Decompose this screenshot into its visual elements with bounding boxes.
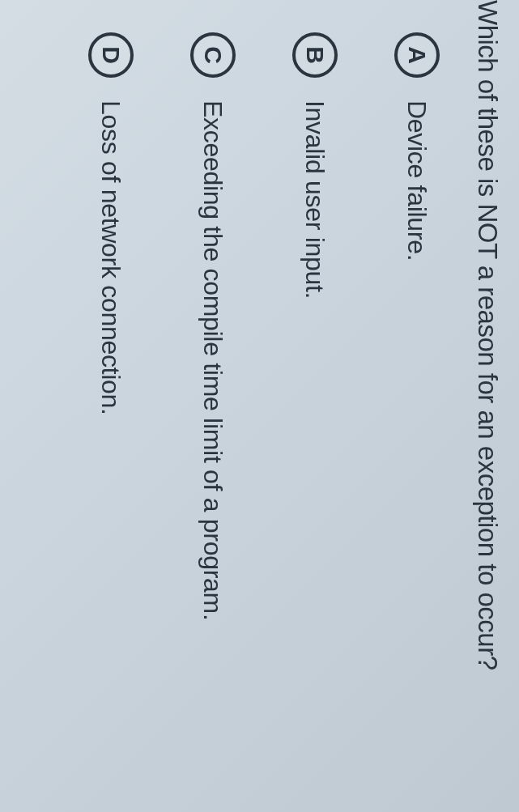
option-text-c: Exceeding the compile time limit of a pr… [198, 100, 228, 620]
option-letter-c: C [199, 46, 227, 64]
option-b[interactable]: B Invalid user input. [292, 0, 338, 812]
option-c[interactable]: C Exceeding the compile time limit of a … [190, 0, 236, 812]
option-text-b: Invalid user input. [300, 100, 330, 299]
option-text-a: Device failure. [402, 100, 432, 261]
option-circle-d: D [88, 32, 134, 78]
quiz-content: Which of these is NOT a reason for an ex… [0, 0, 519, 812]
option-letter-a: A [403, 46, 431, 64]
option-circle-a: A [394, 32, 440, 78]
question-text: Which of these is NOT a reason for an ex… [472, 0, 503, 812]
option-circle-b: B [292, 32, 338, 78]
option-d[interactable]: D Loss of network connection. [88, 0, 134, 812]
option-a[interactable]: A Device failure. [394, 0, 440, 812]
option-letter-b: B [301, 46, 329, 64]
option-letter-d: D [97, 46, 125, 64]
option-text-d: Loss of network connection. [96, 100, 126, 415]
option-circle-c: C [190, 32, 236, 78]
